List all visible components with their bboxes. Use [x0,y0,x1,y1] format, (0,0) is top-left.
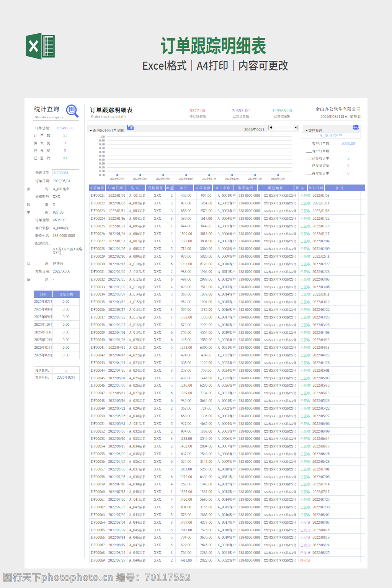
svg-text:2025年08月: 2025年08月 [133,176,148,181]
svg-text:2025年12月: 2025年12月 [225,176,240,181]
svg-text:2025年10月: 2025年10月 [179,176,194,181]
svg-text:2025年07月: 2025年07月 [110,176,125,181]
svg-text:2025年09月: 2025年09月 [156,176,171,181]
svg-text:2025年11月: 2025年11月 [202,176,216,181]
svg-text:2026年02月: 2026年02月 [271,176,286,181]
svg-text:0.00: 0.00 [99,173,105,177]
svg-text:2026年01月: 2026年01月 [248,176,263,181]
